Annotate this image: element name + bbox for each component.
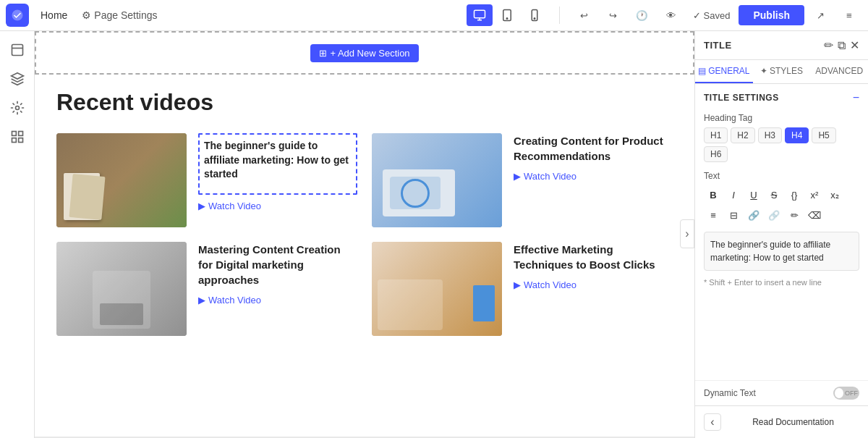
svg-point-5 [534, 18, 535, 20]
panel-title: TITLE [704, 40, 820, 51]
video-title-2[interactable]: Creating Content for Product Recommendat… [514, 133, 673, 164]
code-btn[interactable]: {} [785, 185, 804, 204]
panel-edit-icon[interactable]: ✏ [824, 38, 833, 52]
dynamic-text-label: Dynamic Text [704, 388, 756, 398]
video-card-1[interactable]: The beginner's guide to affiliate market… [56, 133, 357, 227]
video-card-4[interactable]: Effective Marketing Techniques to Boost … [372, 242, 673, 336]
main-area: ⊞ + Add New Section Recent videos [0, 31, 868, 438]
panel-back-btn[interactable]: ‹ [704, 413, 721, 431]
tablet-device-btn[interactable] [494, 4, 520, 26]
heading-h6[interactable]: H6 [704, 146, 728, 162]
ol-btn[interactable]: ⊟ [724, 206, 743, 224]
tab-styles[interactable]: ✦ STYLES [753, 60, 811, 83]
redo-btn[interactable]: ↪ [600, 4, 626, 26]
svg-rect-11 [18, 138, 22, 143]
publish-button[interactable]: Publish [739, 5, 804, 25]
styles-tab-icon: ✦ [760, 66, 767, 76]
ul-btn[interactable]: ≡ [704, 206, 723, 224]
text-preview[interactable]: The beginner's guide to affiliate market… [704, 232, 859, 271]
video-card-2[interactable]: Creating Content for Product Recommendat… [372, 133, 673, 227]
heading-h3[interactable]: H3 [758, 127, 782, 143]
video-title-4[interactable]: Effective Marketing Techniques to Boost … [514, 242, 673, 272]
pencil-btn[interactable]: ✏ [785, 206, 804, 224]
tab-advanced[interactable]: ADVANCED [810, 60, 868, 83]
video-title-3[interactable]: Mastering Content Creation for Digital m… [198, 242, 357, 287]
saved-status: ✓ Saved [687, 10, 736, 21]
undo-btn[interactable]: ↩ [571, 4, 597, 26]
play-icon-2: ▶ [514, 171, 521, 182]
panel-close-icon[interactable]: ✕ [850, 38, 859, 52]
heading-h1[interactable]: H1 [704, 127, 728, 143]
canvas-inner: ⊞ + Add New Section Recent videos [35, 31, 694, 437]
panel-header: TITLE ✏ ⧉ ✕ [695, 31, 868, 60]
svg-rect-8 [12, 132, 16, 136]
video-content-4: Effective Marketing Techniques to Boost … [514, 242, 673, 290]
heading-h5[interactable]: H5 [812, 127, 835, 143]
svg-rect-6 [12, 45, 22, 56]
settings-icon: ⚙ [82, 9, 91, 21]
sidebar-item-design[interactable] [4, 66, 30, 92]
play-icon-3: ▶ [198, 295, 205, 306]
video-thumbnail-2 [372, 133, 502, 227]
superscript-btn[interactable]: x² [805, 185, 824, 204]
dynamic-text-row: Dynamic Text OFF [695, 380, 868, 405]
video-thumbnail-4 [372, 242, 502, 336]
add-new-section-button[interactable]: ⊞ + Add New Section [310, 44, 418, 62]
video-watch-link-4[interactable]: ▶ Watch Video [514, 279, 673, 290]
sidebar-item-pages[interactable] [4, 37, 30, 63]
tab-general[interactable]: ▤ GENERAL [695, 60, 753, 83]
strikethrough-btn[interactable]: S [765, 185, 783, 204]
sidebar-item-media[interactable] [4, 124, 30, 150]
svg-rect-9 [18, 132, 22, 136]
underline-btn[interactable]: U [744, 185, 763, 204]
right-panel: TITLE ✏ ⧉ ✕ ▤ GENERAL ✦ STYLES ADVANCED … [694, 31, 868, 438]
canvas-area: ⊞ + Add New Section Recent videos [35, 31, 694, 438]
video-grid: The beginner's guide to affiliate market… [56, 133, 673, 336]
history-btn[interactable]: 🕐 [629, 4, 655, 26]
unlink-btn[interactable]: 🔗 [765, 206, 783, 224]
canvas-right-arrow[interactable]: › [680, 219, 694, 248]
subscript-btn[interactable]: x₂ [825, 185, 844, 204]
menu-btn[interactable]: ≡ [836, 4, 862, 26]
video-thumbnail-3 [56, 242, 187, 336]
text-section-label: Text [704, 171, 859, 181]
panel-section-header: TITLE SETTINGS − [695, 84, 868, 107]
check-icon: ✓ [693, 10, 701, 21]
page-settings-link[interactable]: ⚙ Page Settings [76, 7, 163, 24]
preview-btn[interactable]: 👁 [658, 4, 684, 26]
panel-section-label: TITLE SETTINGS [704, 93, 779, 103]
thumb-content-1 [56, 133, 187, 227]
toggle-knob [835, 388, 843, 398]
open-in-new-btn[interactable]: ↗ [807, 4, 833, 26]
heading-tags-group: H1 H2 H3 H4 H5 H6 [704, 127, 859, 162]
undo-redo-group: ↩ ↪ 🕐 👁 [571, 4, 684, 26]
svg-rect-1 [474, 10, 485, 18]
video-card-3[interactable]: Mastering Content Creation for Digital m… [56, 242, 357, 336]
panel-copy-icon[interactable]: ⧉ [838, 39, 846, 52]
home-link[interactable]: Home [35, 7, 73, 24]
read-documentation-link[interactable]: Read Documentation [727, 417, 859, 427]
mobile-device-btn[interactable] [522, 4, 548, 26]
heading-h4[interactable]: H4 [785, 127, 809, 143]
videos-section: Recent videos [35, 75, 694, 358]
panel-collapse-btn[interactable]: − [853, 91, 859, 104]
toggle-label: OFF [845, 389, 858, 397]
text-toolbar: B I U S {} x² x₂ ≡ ⊟ 🔗 🔗 ✏ ⌫ [704, 185, 859, 224]
heading-h2[interactable]: H2 [731, 127, 754, 143]
video-watch-link-3[interactable]: ▶ Watch Video [198, 295, 357, 306]
dynamic-text-toggle[interactable]: OFF [833, 387, 859, 400]
bold-btn[interactable]: B [704, 185, 723, 204]
italic-btn[interactable]: I [724, 185, 743, 204]
desktop-device-btn[interactable] [467, 4, 493, 26]
video-title-1[interactable]: The beginner's guide to affiliate market… [204, 139, 352, 182]
empty-section-top: ⊞ + Add New Section [35, 31, 694, 75]
video-content-3: Mastering Content Creation for Digital m… [198, 242, 357, 306]
erase-btn[interactable]: ⌫ [805, 206, 824, 224]
link-btn[interactable]: 🔗 [744, 206, 763, 224]
panel-hint: * Shift + Enter to insert a new line [704, 278, 859, 287]
sidebar-item-apps[interactable] [4, 95, 30, 121]
video-watch-link-2[interactable]: ▶ Watch Video [514, 171, 673, 182]
video-watch-link-1[interactable]: ▶ Watch Video [198, 201, 357, 211]
svg-point-7 [15, 106, 19, 110]
panel-footer: ‹ Read Documentation [695, 405, 868, 438]
